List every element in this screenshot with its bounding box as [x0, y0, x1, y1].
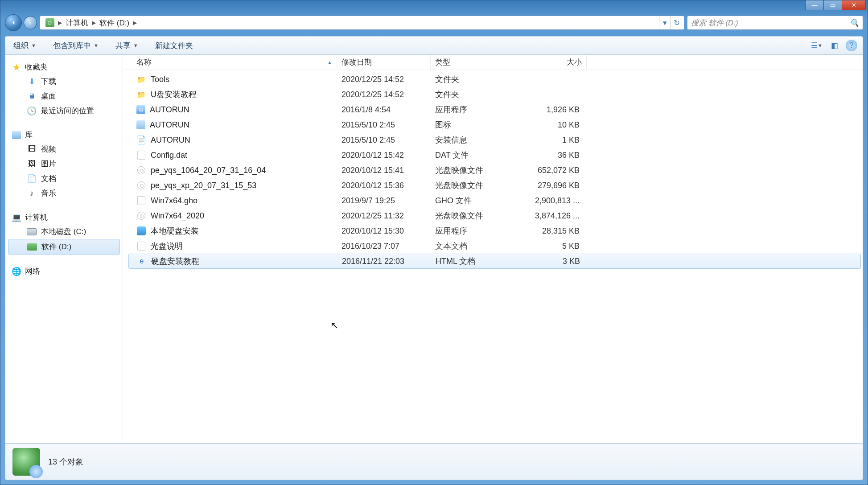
file-row[interactable]: ⧉AUTORUN2016/1/8 4:54应用程序1,926 KB: [123, 102, 863, 117]
refresh-button[interactable]: ↻: [671, 16, 682, 29]
sidebar-item-music[interactable]: ♪ 音乐: [5, 186, 123, 201]
file-name: AUTORUN: [150, 120, 189, 130]
file-type: GHO 文件: [431, 195, 524, 206]
file-row[interactable]: AUTORUN2015/5/10 2:45图标10 KB: [123, 117, 863, 132]
column-header-size[interactable]: 大小: [524, 55, 587, 70]
file-type: DAT 文件: [431, 150, 524, 160]
status-bar: 13 个对象: [5, 444, 863, 480]
back-button[interactable]: [5, 14, 22, 31]
organize-label: 组织: [13, 41, 29, 51]
column-header-name[interactable]: 名称 ▲: [132, 55, 337, 70]
close-button[interactable]: ✕: [842, 0, 866, 10]
sidebar-item-recent[interactable]: 🕓 最近访问的位置: [5, 103, 123, 118]
breadcrumb-drive[interactable]: 软件 (D:): [96, 16, 133, 29]
file-type: 应用程序: [431, 104, 524, 115]
minimize-button[interactable]: —: [805, 0, 824, 10]
desktop-icon: 🖥: [27, 91, 37, 101]
address-bar[interactable]: D ▶ 计算机 ▶ 软件 (D:) ▶ ▾ ↻: [40, 16, 684, 30]
file-row[interactable]: e硬盘安装教程2016/11/21 22:03HTML 文档3 KB: [128, 254, 861, 269]
sidebar-item-videos[interactable]: 🎞 视频: [5, 142, 123, 156]
file-name: U盘安装教程: [151, 89, 197, 100]
sidebar-libraries-header[interactable]: 库: [5, 128, 123, 142]
file-date: 2020/12/25 14:52: [337, 90, 431, 99]
file-name: pe_yqs_1064_20_07_31_16_04: [151, 166, 266, 175]
include-library-button[interactable]: 包含到库中 ▼: [50, 39, 101, 53]
new-folder-button[interactable]: 新建文件夹: [152, 39, 196, 53]
arrow-left-icon: [9, 19, 17, 27]
file-row[interactable]: pe_yqs_1064_20_07_31_16_042020/10/12 15:…: [123, 163, 863, 178]
breadcrumb-root[interactable]: D: [42, 17, 58, 29]
music-icon: ♪: [27, 189, 37, 198]
share-button[interactable]: 共享 ▼: [113, 39, 141, 53]
drive-icon: [27, 228, 37, 235]
file-row[interactable]: 光盘说明2016/10/23 7:07文本文档5 KB: [123, 238, 863, 254]
sidebar-network-header[interactable]: 🌐 网络: [5, 264, 123, 278]
iso-icon: [137, 181, 145, 189]
maximize-button[interactable]: ▭: [823, 0, 842, 10]
view-button[interactable]: ☰ ▼: [810, 40, 823, 51]
file-row[interactable]: Win7x64_20202020/12/25 11:32光盘映像文件3,874,…: [123, 208, 863, 223]
sidebar-item-label: 图片: [41, 159, 56, 169]
column-header-type[interactable]: 类型: [431, 55, 524, 70]
search-input[interactable]: 搜索 软件 (D:) 🔍: [687, 16, 863, 30]
chevron-right-icon[interactable]: ▶: [92, 20, 96, 26]
chevron-right-icon[interactable]: ▶: [58, 20, 62, 26]
chevron-right-icon[interactable]: ▶: [133, 20, 137, 26]
file-type: 文件夹: [431, 74, 524, 85]
txt-icon: [137, 242, 145, 251]
sidebar-item-drive-c[interactable]: 本地磁盘 (C:): [5, 224, 123, 239]
drive-large-icon: [12, 448, 40, 476]
sidebar-libraries: 库 🎞 视频 🖼 图片 📄 文档 ♪ 音乐: [5, 128, 123, 201]
file-size: 1,926 KB: [524, 105, 587, 115]
sidebar-libraries-label: 库: [25, 130, 33, 140]
file-name: Config.dat: [151, 151, 187, 160]
app-icon: [137, 226, 146, 235]
file-row[interactable]: 📁Tools2020/12/25 14:52文件夹: [123, 72, 863, 87]
file-row[interactable]: 📄AUTORUN2015/5/10 2:45安装信息1 KB: [123, 132, 863, 148]
file-row[interactable]: pe_yqs_xp_20_07_31_15_532020/10/12 15:36…: [123, 178, 863, 193]
file-size: 5 KB: [524, 242, 587, 251]
help-button[interactable]: ?: [846, 40, 857, 51]
exe-icon: ⧉: [136, 105, 145, 114]
address-dropdown[interactable]: ▾: [659, 16, 671, 29]
breadcrumb-computer[interactable]: 计算机: [62, 16, 92, 29]
file-size: 3 KB: [525, 257, 587, 266]
sidebar-item-downloads[interactable]: ⬇ 下载: [5, 74, 123, 89]
file-type: 图标: [431, 119, 524, 130]
file-name: 本地硬盘安装: [151, 226, 199, 236]
sidebar-item-documents[interactable]: 📄 文档: [5, 171, 123, 186]
sidebar-item-label: 文档: [41, 173, 56, 184]
file-date: 2020/12/25 14:52: [337, 75, 431, 84]
file-row[interactable]: 📁U盘安装教程2020/12/25 14:52文件夹: [123, 87, 863, 102]
sidebar-computer-label: 计算机: [25, 212, 48, 222]
iso-icon: [137, 212, 145, 220]
file-type: 光盘映像文件: [431, 165, 524, 176]
folder-icon: 📁: [136, 74, 146, 84]
file-date: 2020/12/25 11:32: [337, 211, 431, 221]
file-date: 2020/10/12 15:30: [337, 226, 431, 236]
file-row[interactable]: Config.dat2020/10/12 15:42DAT 文件36 KB: [123, 148, 863, 163]
main-area: ★ 收藏夹 ⬇ 下载 🖥 桌面 🕓 最近访问的位置: [5, 55, 863, 444]
file-name: 硬盘安装教程: [151, 256, 199, 267]
file-row[interactable]: Win7x64.gho2019/9/7 19:25GHO 文件2,900,813…: [123, 193, 863, 208]
sidebar-favorites-header[interactable]: ★ 收藏夹: [5, 60, 123, 74]
status-count: 13 个对象: [48, 456, 83, 467]
file-name: AUTORUN: [150, 105, 189, 115]
iso-icon: [137, 166, 145, 174]
organize-button[interactable]: 组织 ▼: [11, 39, 39, 53]
sidebar-computer-header[interactable]: 💻 计算机: [5, 210, 123, 224]
sidebar-item-desktop[interactable]: 🖥 桌面: [5, 89, 123, 103]
sidebar-item-pictures[interactable]: 🖼 图片: [5, 156, 123, 171]
titlebar: — ▭ ✕: [0, 0, 868, 13]
forward-button[interactable]: [24, 16, 37, 29]
gho-icon: [137, 196, 145, 205]
file-size: 1 KB: [524, 136, 587, 145]
file-row[interactable]: 本地硬盘安装2020/10/12 15:30应用程序28,315 KB: [123, 223, 863, 238]
column-header-date[interactable]: 修改日期: [337, 55, 431, 70]
file-type: 安装信息: [431, 135, 524, 145]
sidebar-item-drive-d[interactable]: 软件 (D:): [8, 239, 120, 255]
file-size: 2,900,813 ...: [524, 196, 587, 206]
file-date: 2020/10/12 15:36: [337, 181, 431, 190]
folder-icon: 📁: [136, 90, 146, 99]
preview-pane-button[interactable]: ◧: [828, 40, 841, 51]
